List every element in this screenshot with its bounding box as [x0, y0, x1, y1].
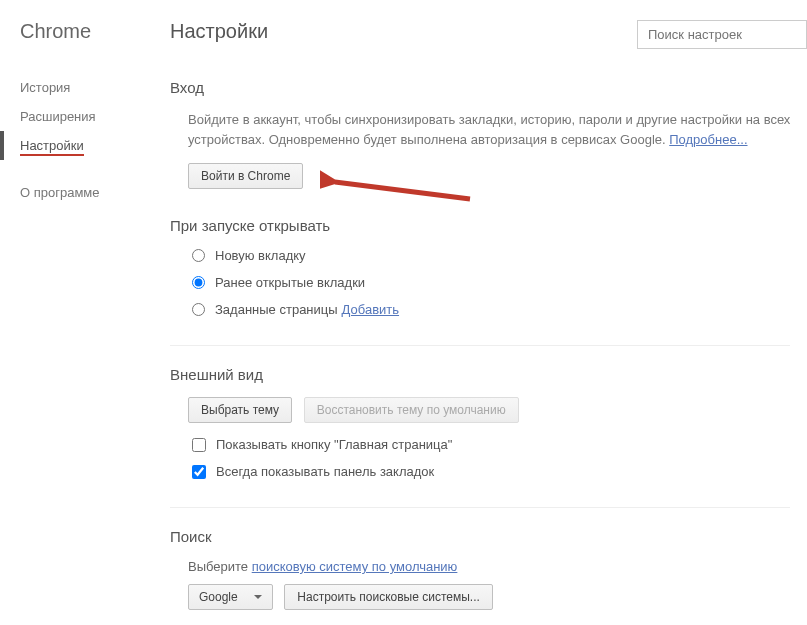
- section-login: Вход Войдите в аккаунт, чтобы синхронизи…: [170, 79, 807, 189]
- checkbox-label: Всегда показывать панель закладок: [216, 464, 434, 479]
- search-engine-select[interactable]: Google: [188, 584, 273, 610]
- choose-theme-button[interactable]: Выбрать тему: [188, 397, 292, 423]
- section-appearance: Внешний вид Выбрать тему Восстановить те…: [170, 366, 807, 479]
- radio-pages[interactable]: [192, 303, 205, 316]
- startup-option-newtab[interactable]: Новую вкладку: [192, 248, 807, 263]
- radio-label: Заданные страницы: [215, 302, 338, 317]
- reset-theme-button: Восстановить тему по умолчанию: [304, 397, 519, 423]
- section-startup: При запуске открывать Новую вкладку Ране…: [170, 217, 807, 317]
- sidebar-item-about[interactable]: О программе: [20, 178, 160, 207]
- sidebar-item-label: О программе: [20, 185, 100, 200]
- radio-label: Ранее открытые вкладки: [215, 275, 365, 290]
- app-title: Chrome: [20, 20, 160, 43]
- section-search: Поиск Выберите поисковую систему по умол…: [170, 528, 807, 610]
- sidebar-item-label: История: [20, 80, 70, 95]
- checkbox-label: Показывать кнопку "Главная страница": [216, 437, 452, 452]
- sign-in-button[interactable]: Войти в Chrome: [188, 163, 303, 189]
- search-desc: Выберите поисковую систему по умолчанию: [188, 559, 807, 574]
- search-input[interactable]: [637, 20, 807, 49]
- login-description: Войдите в аккаунт, чтобы синхронизироват…: [188, 110, 807, 149]
- sidebar-item-settings[interactable]: Настройки: [20, 131, 160, 160]
- search-desc-prefix: Выберите: [188, 559, 252, 574]
- divider: [170, 345, 790, 346]
- sidebar-item-label: Настройки: [20, 138, 84, 156]
- checkbox-bookmarks-bar[interactable]: [192, 465, 206, 479]
- section-title-appearance: Внешний вид: [170, 366, 807, 383]
- radio-label: Новую вкладку: [215, 248, 306, 263]
- checkbox-home-button[interactable]: [192, 438, 206, 452]
- main-content: Настройки Вход Войдите в аккаунт, чтобы …: [160, 0, 807, 625]
- chevron-down-icon: [254, 595, 262, 599]
- startup-option-pages[interactable]: Заданные страницы Добавить: [192, 302, 807, 317]
- startup-option-continue[interactable]: Ранее открытые вкладки: [192, 275, 807, 290]
- sidebar-item-label: Расширения: [20, 109, 96, 124]
- login-more-link[interactable]: Подробнее...: [669, 132, 747, 147]
- radio-continue[interactable]: [192, 276, 205, 289]
- section-title-startup: При запуске открывать: [170, 217, 807, 234]
- check-bookmarks-bar[interactable]: Всегда показывать панель закладок: [192, 464, 807, 479]
- section-title-login: Вход: [170, 79, 807, 96]
- radio-newtab[interactable]: [192, 249, 205, 262]
- default-search-link[interactable]: поисковую систему по умолчанию: [252, 559, 458, 574]
- startup-add-link[interactable]: Добавить: [342, 302, 399, 317]
- page-title: Настройки: [170, 20, 268, 43]
- sidebar-item-history[interactable]: История: [20, 73, 160, 102]
- divider: [170, 507, 790, 508]
- sidebar: Chrome История Расширения Настройки О пр…: [0, 0, 160, 625]
- section-title-search: Поиск: [170, 528, 807, 545]
- search-engine-value: Google: [199, 590, 238, 604]
- check-home-button[interactable]: Показывать кнопку "Главная страница": [192, 437, 807, 452]
- manage-search-engines-button[interactable]: Настроить поисковые системы...: [284, 584, 493, 610]
- sidebar-item-extensions[interactable]: Расширения: [20, 102, 160, 131]
